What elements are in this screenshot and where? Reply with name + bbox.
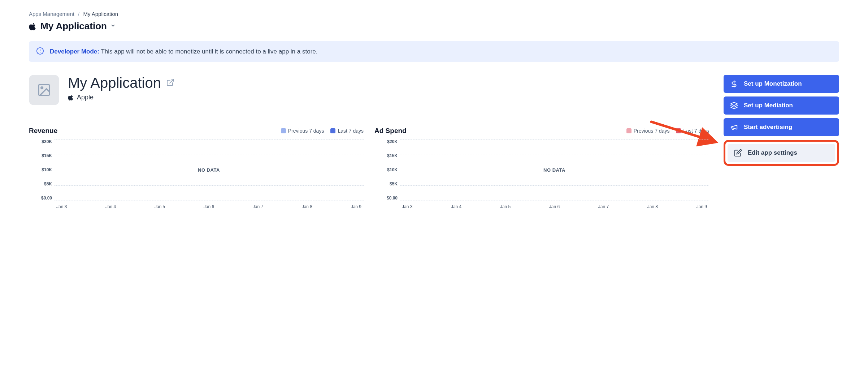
setup-monetization-button[interactable]: Set up Monetization	[724, 75, 839, 93]
apple-logo-icon	[68, 94, 74, 101]
layers-icon	[730, 102, 738, 110]
developer-mode-banner: Developer Mode: This app will not be abl…	[29, 41, 839, 62]
app-icon-placeholder	[29, 75, 59, 105]
edit-icon	[734, 149, 742, 157]
x-axis-labels: Jan 3 Jan 4 Jan 5 Jan 6 Jan 7 Jan 8 Jan …	[400, 204, 709, 209]
app-selector-name: My Application	[40, 21, 107, 32]
plot-area: NO DATA	[54, 139, 364, 201]
app-title: My Application	[68, 75, 161, 91]
plot-area: NO DATA	[400, 139, 709, 201]
app-platform-label: Apple	[77, 94, 94, 101]
y-axis-labels: $20K $15K $10K $5K $0.00	[29, 139, 52, 201]
legend-swatch-icon	[330, 128, 335, 133]
info-icon	[36, 47, 44, 56]
no-data-label: NO DATA	[400, 167, 709, 173]
app-selector[interactable]: My Application	[29, 21, 839, 32]
chart-adspend: Ad Spend Previous 7 days Last 7 days	[374, 127, 709, 208]
setup-mediation-button[interactable]: Set up Mediation	[724, 96, 839, 115]
legend-swatch-icon	[676, 128, 681, 133]
svg-point-2	[40, 52, 40, 53]
legend-last: Last 7 days	[330, 128, 364, 134]
legend-last: Last 7 days	[676, 128, 709, 134]
legend-swatch-icon	[281, 128, 286, 133]
breadcrumb-root-link[interactable]: Apps Management	[29, 11, 74, 17]
start-advertising-button[interactable]: Start advertising	[724, 118, 839, 136]
app-header: My Application Apple	[29, 75, 709, 105]
legend-prev: Previous 7 days	[281, 128, 324, 134]
chart-revenue: Revenue Previous 7 days Last 7 days	[29, 127, 364, 208]
dollar-icon	[730, 80, 738, 88]
breadcrumb-separator: /	[78, 11, 79, 17]
annotation-highlight: Edit app settings	[724, 140, 839, 166]
banner-prefix: Developer Mode:	[50, 48, 99, 55]
x-axis-labels: Jan 3 Jan 4 Jan 5 Jan 6 Jan 7 Jan 8 Jan …	[54, 204, 364, 209]
banner-text: This app will not be able to monetize un…	[101, 48, 317, 55]
svg-line-6	[170, 79, 174, 83]
chevron-down-icon	[110, 23, 116, 30]
breadcrumb-current: My Application	[83, 11, 118, 17]
apple-logo-icon	[29, 22, 37, 31]
no-data-label: NO DATA	[54, 167, 364, 173]
external-link-icon[interactable]	[166, 78, 175, 88]
breadcrumb: Apps Management / My Application	[29, 11, 839, 17]
legend-prev: Previous 7 days	[626, 128, 670, 134]
svg-point-5	[41, 87, 43, 89]
chart-title: Revenue	[29, 127, 57, 135]
edit-app-settings-button[interactable]: Edit app settings	[728, 144, 835, 162]
megaphone-icon	[730, 123, 738, 131]
legend-swatch-icon	[626, 128, 632, 133]
svg-marker-8	[731, 102, 737, 106]
y-axis-labels: $20K $15K $10K $5K $0.00	[374, 139, 398, 201]
chart-title: Ad Spend	[374, 127, 407, 135]
